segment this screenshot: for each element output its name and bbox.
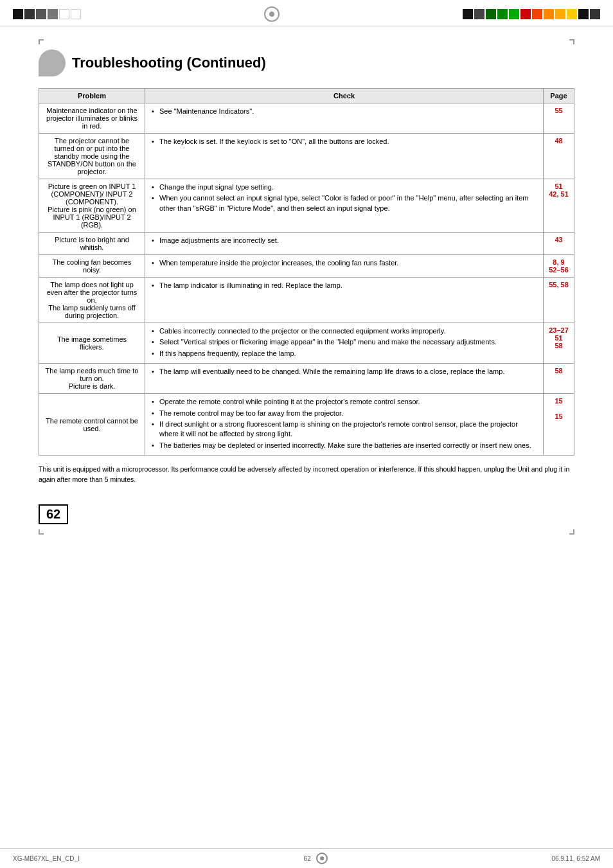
check-cell: Operate the remote control while pointin… (145, 394, 544, 456)
footer-left: XG-MB67XL_EN_CD_I (13, 855, 80, 862)
check-cell: The lamp indicator is illuminating in re… (145, 278, 544, 323)
problem-text: The remote control cannot be used. (46, 417, 138, 432)
check-item: Operate the remote control while pointin… (150, 397, 538, 407)
problem-cell: Picture is green on INPUT 1 (COMPONENT)/… (39, 179, 145, 233)
col-header-check: Check (145, 89, 544, 103)
page-ref-cell: 55, 58 (544, 278, 574, 323)
page-ref-cell: 8, 9 52–56 (544, 255, 574, 278)
table-row: The projector cannot be turned on or put… (39, 134, 574, 179)
table-row: Maintenance indicator on the projector i… (39, 103, 574, 134)
problem-cell: The projector cannot be turned on or put… (39, 134, 145, 179)
page-title: Troubleshooting (Continued) (72, 55, 266, 71)
check-cell: The keylock is set. If the keylock is se… (145, 134, 544, 179)
table-row: The image sometimes flickers.Cables inco… (39, 323, 574, 364)
check-item: Select "Vertical stripes or flickering i… (150, 337, 538, 347)
problem-cell: The lamp does not light up even after th… (39, 278, 145, 323)
problem-cell: Maintenance indicator on the projector i… (39, 103, 145, 134)
check-item: When you cannot select an input signal t… (150, 193, 538, 213)
problem-text: The projector cannot be turned on or put… (48, 137, 136, 175)
problem-text: The lamp does not light up even after th… (47, 281, 138, 304)
problem-cell: Picture is too bright and whitish. (39, 233, 145, 255)
table-row: The cooling fan becomes noisy.When tempe… (39, 255, 574, 278)
problem-text: Picture is green on INPUT 1 (COMPONENT)/… (48, 182, 136, 206)
problem-text: The lamp suddenly turns off during proje… (48, 304, 136, 319)
table-row: Picture is green on INPUT 1 (COMPONENT)/… (39, 179, 574, 233)
problem-text: Picture is dark. (69, 382, 116, 390)
page-ref-cell: 51 42, 51 (544, 179, 574, 233)
page-number: 62 (39, 504, 68, 524)
check-item: See "Maintenance Indicators". (150, 107, 538, 116)
check-item: The lamp indicator is illuminating in re… (150, 281, 538, 290)
check-cell: The lamp will eventually need to be chan… (145, 364, 544, 394)
title-section: Troubleshooting (Continued) (39, 49, 574, 76)
problem-text: Picture is too bright and whitish. (55, 236, 129, 251)
check-item: If direct sunlight or a strong fluoresce… (150, 420, 538, 439)
problem-cell: The lamp needs much time to turn on.Pict… (39, 364, 145, 394)
check-item: The batteries may be depleted or inserte… (150, 441, 538, 450)
problem-text: The lamp needs much time to turn on. (46, 367, 139, 382)
check-item: The remote control may be too far away f… (150, 409, 538, 418)
table-row: The lamp needs much time to turn on.Pict… (39, 364, 574, 394)
footer-right: 06.9.11, 6:52 AM (551, 855, 600, 862)
col-header-page: Page (544, 89, 574, 103)
check-item: Cables incorrectly connected to the proj… (150, 326, 538, 336)
check-item: The keylock is set. If the keylock is se… (150, 137, 538, 146)
page-number-section: 62 (39, 504, 574, 524)
problem-cell: The cooling fan becomes noisy. (39, 255, 145, 278)
table-row: The lamp does not light up even after th… (39, 278, 574, 323)
table-row: The remote control cannot be used.Operat… (39, 394, 574, 456)
troubleshooting-table: Problem Check Page Maintenance indicator… (39, 88, 574, 456)
page-ref-cell: 15 15 (544, 394, 574, 456)
check-cell: Cables incorrectly connected to the proj… (145, 323, 544, 364)
check-item: Image adjustments are incorrectly set. (150, 236, 538, 245)
page-ref-cell: 48 (544, 134, 574, 179)
table-row: Picture is too bright and whitish.Image … (39, 233, 574, 255)
page-ref-cell: 23–27 51 58 (544, 323, 574, 364)
check-cell: When temperature inside the projector in… (145, 255, 544, 278)
footer: XG-MB67XL_EN_CD_I 62 06.9.11, 6:52 AM (0, 848, 613, 868)
check-cell: Change the input signal type setting.Whe… (145, 179, 544, 233)
problem-text: The cooling fan becomes noisy. (53, 258, 132, 274)
title-icon (39, 49, 66, 76)
problem-cell: The image sometimes flickers. (39, 323, 145, 364)
check-cell: See "Maintenance Indicators". (145, 103, 544, 134)
page-ref-cell: 58 (544, 364, 574, 394)
check-cell: Image adjustments are incorrectly set. (145, 233, 544, 255)
check-item: Change the input signal type setting. (150, 182, 538, 192)
page-ref-cell: 43 (544, 233, 574, 255)
problem-text: Picture is pink (no green) on INPUT 1 (R… (48, 206, 136, 229)
problem-text: The image sometimes flickers. (57, 335, 127, 351)
bottom-circle-icon (316, 853, 328, 864)
note-text: This unit is equipped with a microproces… (39, 465, 574, 485)
check-item: The lamp will eventually need to be chan… (150, 367, 538, 376)
problem-text: Maintenance indicator on the projector i… (46, 107, 138, 130)
check-item: If this happens frequently, replace the … (150, 349, 538, 359)
footer-center: 62 (304, 855, 311, 862)
page-ref-cell: 55 (544, 103, 574, 134)
col-header-problem: Problem (39, 89, 145, 103)
check-item: When temperature inside the projector in… (150, 258, 538, 268)
problem-cell: The remote control cannot be used. (39, 394, 145, 456)
